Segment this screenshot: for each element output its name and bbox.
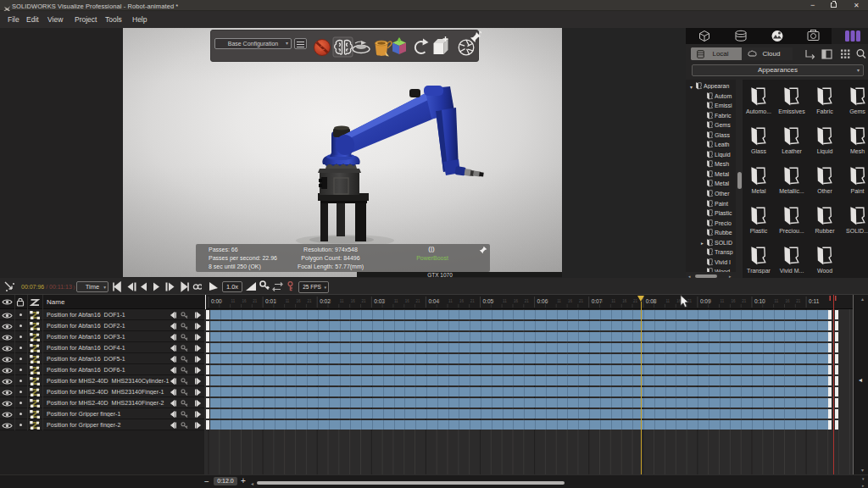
svg-text:16: 16 (459, 299, 465, 303)
svg-text:11: 11 (286, 299, 290, 303)
svg-text:6: 6 (709, 299, 712, 303)
svg-text:11: 11 (775, 299, 779, 303)
svg-text:16: 16 (405, 299, 410, 303)
svg-text:16: 16 (514, 299, 519, 303)
svg-text:16: 16 (297, 299, 302, 303)
svg-text:6: 6 (655, 299, 658, 303)
svg-text:6: 6 (764, 299, 766, 303)
svg-text:21: 21 (470, 299, 476, 303)
svg-text:11: 11 (721, 299, 725, 303)
svg-text:0:11: 0:11 (809, 298, 820, 304)
svg-text:6: 6 (383, 299, 386, 303)
svg-text:21: 21 (525, 299, 530, 303)
svg-text:6: 6 (329, 299, 331, 303)
svg-text:11: 11 (611, 299, 615, 303)
svg-text:21: 21 (796, 299, 801, 303)
svg-text:6: 6 (437, 299, 440, 303)
svg-text:11: 11 (231, 299, 236, 303)
svg-text:16: 16 (731, 299, 736, 303)
svg-text:6: 6 (601, 299, 604, 303)
svg-text:6: 6 (275, 299, 277, 303)
svg-text:11: 11 (448, 299, 453, 303)
svg-text:16: 16 (242, 299, 248, 303)
svg-text:16: 16 (568, 299, 573, 303)
svg-text:21: 21 (253, 299, 258, 303)
svg-text:16: 16 (622, 299, 627, 303)
svg-text:16: 16 (786, 299, 791, 303)
svg-text:21: 21 (362, 299, 367, 303)
svg-text:11: 11 (557, 299, 561, 303)
svg-text:21: 21 (416, 299, 421, 303)
svg-text:11: 11 (394, 299, 398, 303)
svg-text:21: 21 (579, 299, 584, 303)
svg-text:16: 16 (351, 299, 356, 303)
svg-text:21: 21 (633, 299, 638, 303)
svg-text:11: 11 (340, 299, 344, 303)
svg-text:11: 11 (665, 299, 670, 303)
svg-text:21: 21 (742, 299, 747, 303)
svg-text:6: 6 (220, 299, 223, 303)
svg-text:6: 6 (492, 299, 494, 303)
svg-text:6: 6 (546, 299, 548, 303)
svg-text:21: 21 (307, 299, 312, 303)
svg-text:11: 11 (503, 299, 507, 303)
